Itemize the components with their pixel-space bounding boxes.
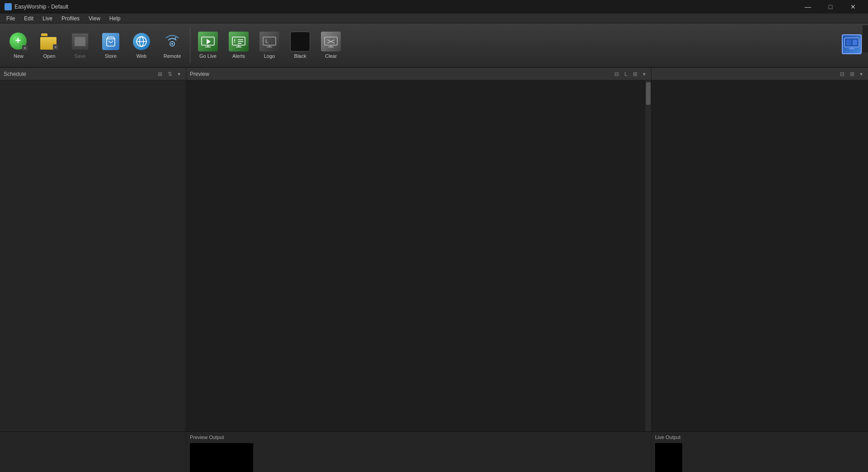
menu-file[interactable]: File xyxy=(2,14,19,23)
live-panel: ⊟ ⊞ ▾ xyxy=(651,68,868,431)
new-icon-area: + ▾ xyxy=(9,32,28,51)
output-thumbnails-row: Preview Output Live Output xyxy=(0,431,868,472)
store-button[interactable]: Store xyxy=(96,25,126,65)
main-area: Schedule ⊞ ⇅ ▾ Preview ⊟ L ⊞ ▾ xyxy=(0,68,868,472)
alerts-button[interactable]: ! Alerts xyxy=(224,25,254,65)
preview-header: Preview ⊟ L ⊞ ▾ xyxy=(186,68,651,80)
logo-icon-area: L xyxy=(259,32,279,51)
liveoutput-toggle-button[interactable] xyxy=(839,25,864,65)
preview-scrollbar[interactable] xyxy=(645,80,651,431)
svg-text:▾: ▾ xyxy=(175,36,176,40)
maximize-button[interactable]: □ xyxy=(820,0,841,14)
live-output-thumbnails xyxy=(651,441,868,472)
new-button[interactable]: + ▾ New xyxy=(4,25,33,65)
clear-svg xyxy=(324,34,338,49)
svg-rect-28 xyxy=(846,40,851,45)
menu-help[interactable]: Help xyxy=(105,14,125,23)
svg-point-5 xyxy=(171,43,173,45)
web-icon xyxy=(133,33,150,50)
menu-profiles[interactable]: Profiles xyxy=(57,14,84,23)
black-button[interactable]: Black xyxy=(285,25,315,65)
preview-list-button[interactable]: L xyxy=(623,70,629,78)
open-icon-area: ▾ xyxy=(39,32,59,51)
menu-edit[interactable]: Edit xyxy=(19,14,38,23)
logo-svg: L xyxy=(262,34,277,49)
minimize-button[interactable]: — xyxy=(797,0,818,14)
preview-output-thumbnail xyxy=(190,443,253,472)
schedule-title: Schedule xyxy=(4,71,26,77)
open-label: Open xyxy=(43,53,56,59)
store-icon-area xyxy=(101,32,121,51)
menu-live[interactable]: Live xyxy=(38,14,57,23)
toolbar-divider-1 xyxy=(190,27,190,63)
golive-label: Go Live xyxy=(199,53,217,59)
preview-output-area xyxy=(0,432,186,472)
title-bar-left: EasyWorship - Default xyxy=(5,3,68,10)
live-more-button[interactable]: ▾ xyxy=(858,70,864,78)
schedule-sort-button[interactable]: ⇅ xyxy=(166,70,174,78)
alerts-icon: ! xyxy=(229,32,249,51)
schedule-header-icons: ⊞ ⇅ ▾ xyxy=(156,70,182,78)
preview-more-button[interactable]: ▾ xyxy=(641,70,647,78)
alerts-label: Alerts xyxy=(232,53,245,59)
preview-output-section: Preview Output xyxy=(186,432,651,472)
black-icon xyxy=(290,32,310,51)
schedule-grid-view-button[interactable]: ⊞ xyxy=(156,70,164,78)
web-label: Web xyxy=(137,53,146,59)
schedule-panel: Schedule ⊞ ⇅ ▾ xyxy=(0,68,186,431)
store-svg xyxy=(105,36,116,47)
web-icon-area xyxy=(132,32,151,51)
preview-output-label: Preview Output xyxy=(186,432,651,441)
preview-main-area xyxy=(186,80,645,431)
save-button[interactable]: Save xyxy=(65,25,95,65)
open-dropdown-arrow: ▾ xyxy=(53,44,58,50)
menu-view[interactable]: View xyxy=(84,14,105,23)
golive-svg xyxy=(201,34,215,49)
new-label: New xyxy=(14,53,24,59)
app-icon xyxy=(5,3,12,10)
black-icon-area xyxy=(290,32,310,51)
sidebar-scrollbar[interactable] xyxy=(863,25,868,52)
logo-label: Logo xyxy=(264,53,275,59)
remote-icon-area: ▾ xyxy=(162,32,182,51)
toolbar-right xyxy=(839,25,864,65)
logo-button[interactable]: L Logo xyxy=(255,25,284,65)
svg-rect-29 xyxy=(853,40,857,45)
new-icon: + ▾ xyxy=(9,33,28,51)
black-label: Black xyxy=(294,53,307,59)
live-layout-button[interactable]: ⊟ xyxy=(838,70,846,78)
web-button[interactable]: Web xyxy=(127,25,156,65)
live-grid-button[interactable]: ⊞ xyxy=(848,70,856,78)
logo-icon: L xyxy=(259,32,279,51)
liveoutput-svg xyxy=(844,36,860,52)
store-label: Store xyxy=(105,53,117,59)
live-output-thumbnail xyxy=(655,443,682,472)
title-bar-controls: — □ ✕ xyxy=(797,0,863,14)
save-label: Save xyxy=(74,53,85,59)
close-button[interactable]: ✕ xyxy=(843,0,863,14)
save-icon-area xyxy=(70,32,90,51)
svg-text:L: L xyxy=(265,39,268,44)
remote-icon: ▾ xyxy=(164,33,181,50)
alerts-icon-area: ! xyxy=(229,32,249,51)
open-button[interactable]: ▾ Open xyxy=(34,25,64,65)
preview-layout-button[interactable]: ⊟ xyxy=(613,70,621,78)
preview-grid-button[interactable]: ⊞ xyxy=(631,70,639,78)
preview-scroll-thumb[interactable] xyxy=(646,82,651,105)
liveoutput-icon-area xyxy=(842,34,862,54)
schedule-content xyxy=(0,80,186,431)
preview-title: Preview xyxy=(190,71,209,77)
liveoutput-icon xyxy=(842,34,862,54)
open-icon: ▾ xyxy=(40,33,58,50)
save-icon xyxy=(72,33,88,50)
remote-button[interactable]: ▾ Remote xyxy=(157,25,187,65)
clear-button[interactable]: Clear xyxy=(316,25,346,65)
golive-button[interactable]: Go Live xyxy=(193,25,223,65)
clear-icon xyxy=(321,32,341,51)
preview-header-icons: ⊟ L ⊞ ▾ xyxy=(613,70,647,78)
center-panel: Preview ⊟ L ⊞ ▾ xyxy=(186,68,651,431)
title-bar: EasyWorship - Default — □ ✕ xyxy=(0,0,868,14)
svg-text:!: ! xyxy=(234,38,236,44)
remote-svg: ▾ xyxy=(164,33,181,50)
schedule-more-button[interactable]: ▾ xyxy=(176,70,182,78)
